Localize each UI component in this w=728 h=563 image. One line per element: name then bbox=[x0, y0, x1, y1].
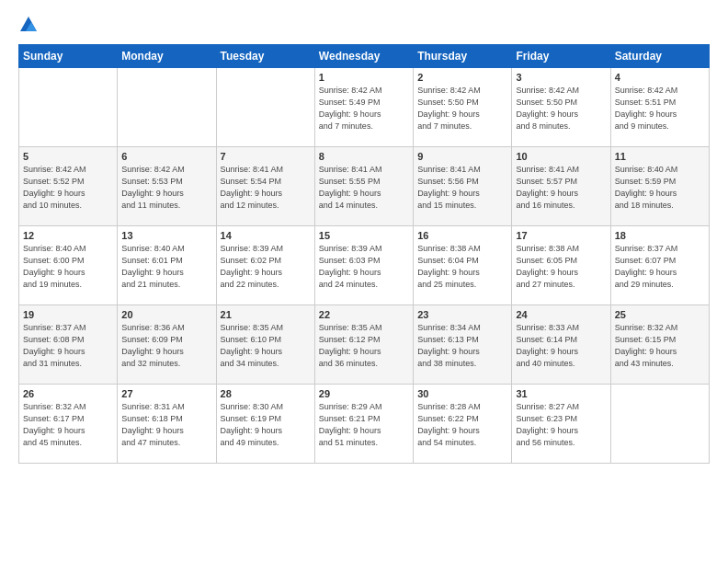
day-cell: 23Sunrise: 8:34 AM Sunset: 6:13 PM Dayli… bbox=[414, 305, 512, 385]
day-number: 22 bbox=[319, 309, 409, 320]
header-cell-sunday: Sunday bbox=[19, 45, 118, 68]
day-number: 17 bbox=[516, 230, 606, 241]
day-info: Sunrise: 8:42 AM Sunset: 5:50 PM Dayligh… bbox=[417, 85, 507, 132]
day-cell bbox=[19, 68, 118, 147]
day-cell: 10Sunrise: 8:41 AM Sunset: 5:57 PM Dayli… bbox=[512, 147, 610, 226]
day-info: Sunrise: 8:29 AM Sunset: 6:21 PM Dayligh… bbox=[319, 401, 409, 449]
day-cell: 18Sunrise: 8:37 AM Sunset: 6:07 PM Dayli… bbox=[610, 226, 709, 305]
day-cell: 8Sunrise: 8:41 AM Sunset: 5:55 PM Daylig… bbox=[314, 147, 413, 226]
day-cell bbox=[610, 385, 709, 464]
day-info: Sunrise: 8:27 AM Sunset: 6:23 PM Dayligh… bbox=[516, 401, 606, 449]
day-info: Sunrise: 8:37 AM Sunset: 6:08 PM Dayligh… bbox=[23, 322, 113, 370]
day-number: 4 bbox=[615, 72, 705, 83]
day-number: 26 bbox=[23, 388, 113, 399]
day-number: 3 bbox=[516, 72, 606, 83]
day-info: Sunrise: 8:40 AM Sunset: 5:59 PM Dayligh… bbox=[615, 164, 705, 212]
day-info: Sunrise: 8:37 AM Sunset: 6:07 PM Dayligh… bbox=[615, 243, 705, 291]
day-info: Sunrise: 8:39 AM Sunset: 6:02 PM Dayligh… bbox=[221, 243, 311, 291]
day-number: 9 bbox=[417, 151, 507, 162]
day-number: 29 bbox=[319, 388, 409, 399]
week-row-2: 5Sunrise: 8:42 AM Sunset: 5:52 PM Daylig… bbox=[19, 147, 710, 226]
day-info: Sunrise: 8:41 AM Sunset: 5:57 PM Dayligh… bbox=[516, 164, 606, 212]
day-number: 15 bbox=[319, 230, 409, 241]
day-cell: 31Sunrise: 8:27 AM Sunset: 6:23 PM Dayli… bbox=[512, 385, 610, 464]
header-cell-thursday: Thursday bbox=[414, 45, 512, 68]
week-row-5: 26Sunrise: 8:32 AM Sunset: 6:17 PM Dayli… bbox=[19, 385, 710, 464]
day-cell: 30Sunrise: 8:28 AM Sunset: 6:22 PM Dayli… bbox=[414, 385, 512, 464]
day-cell: 14Sunrise: 8:39 AM Sunset: 6:02 PM Dayli… bbox=[216, 226, 314, 305]
day-cell: 13Sunrise: 8:40 AM Sunset: 6:01 PM Dayli… bbox=[118, 226, 216, 305]
day-cell: 24Sunrise: 8:33 AM Sunset: 6:14 PM Dayli… bbox=[512, 305, 610, 385]
day-number: 28 bbox=[221, 388, 311, 399]
day-info: Sunrise: 8:32 AM Sunset: 6:15 PM Dayligh… bbox=[615, 322, 705, 370]
day-number: 21 bbox=[221, 309, 311, 320]
day-cell: 3Sunrise: 8:42 AM Sunset: 5:50 PM Daylig… bbox=[512, 68, 610, 147]
day-info: Sunrise: 8:41 AM Sunset: 5:54 PM Dayligh… bbox=[221, 164, 311, 212]
day-info: Sunrise: 8:33 AM Sunset: 6:14 PM Dayligh… bbox=[516, 322, 606, 370]
day-info: Sunrise: 8:30 AM Sunset: 6:19 PM Dayligh… bbox=[221, 401, 311, 449]
day-info: Sunrise: 8:42 AM Sunset: 5:52 PM Dayligh… bbox=[23, 164, 113, 212]
logo bbox=[18, 15, 42, 35]
day-cell bbox=[216, 68, 314, 147]
day-number: 8 bbox=[319, 151, 409, 162]
page: SundayMondayTuesdayWednesdayThursdayFrid… bbox=[0, 0, 728, 563]
day-number: 25 bbox=[615, 309, 705, 320]
day-info: Sunrise: 8:42 AM Sunset: 5:50 PM Dayligh… bbox=[516, 85, 606, 132]
day-number: 1 bbox=[319, 72, 409, 83]
day-cell: 29Sunrise: 8:29 AM Sunset: 6:21 PM Dayli… bbox=[314, 385, 413, 464]
day-number: 23 bbox=[417, 309, 507, 320]
header-cell-tuesday: Tuesday bbox=[216, 45, 314, 68]
day-cell: 28Sunrise: 8:30 AM Sunset: 6:19 PM Dayli… bbox=[216, 385, 314, 464]
day-info: Sunrise: 8:39 AM Sunset: 6:03 PM Dayligh… bbox=[319, 243, 409, 291]
day-number: 5 bbox=[23, 151, 113, 162]
day-number: 12 bbox=[23, 230, 113, 241]
day-number: 13 bbox=[121, 230, 211, 241]
day-info: Sunrise: 8:42 AM Sunset: 5:51 PM Dayligh… bbox=[615, 85, 705, 132]
day-number: 11 bbox=[615, 151, 705, 162]
day-cell: 16Sunrise: 8:38 AM Sunset: 6:04 PM Dayli… bbox=[414, 226, 512, 305]
header-cell-monday: Monday bbox=[118, 45, 216, 68]
day-cell: 12Sunrise: 8:40 AM Sunset: 6:00 PM Dayli… bbox=[19, 226, 118, 305]
day-cell: 19Sunrise: 8:37 AM Sunset: 6:08 PM Dayli… bbox=[19, 305, 118, 385]
header-cell-wednesday: Wednesday bbox=[314, 45, 413, 68]
day-number: 10 bbox=[516, 151, 606, 162]
day-info: Sunrise: 8:38 AM Sunset: 6:05 PM Dayligh… bbox=[516, 243, 606, 291]
day-number: 27 bbox=[121, 388, 211, 399]
day-number: 14 bbox=[221, 230, 311, 241]
header bbox=[18, 15, 710, 35]
day-cell: 22Sunrise: 8:35 AM Sunset: 6:12 PM Dayli… bbox=[314, 305, 413, 385]
day-info: Sunrise: 8:36 AM Sunset: 6:09 PM Dayligh… bbox=[121, 322, 211, 370]
day-info: Sunrise: 8:40 AM Sunset: 6:01 PM Dayligh… bbox=[121, 243, 211, 291]
day-cell: 6Sunrise: 8:42 AM Sunset: 5:53 PM Daylig… bbox=[118, 147, 216, 226]
week-row-1: 1Sunrise: 8:42 AM Sunset: 5:49 PM Daylig… bbox=[19, 68, 710, 147]
day-info: Sunrise: 8:41 AM Sunset: 5:56 PM Dayligh… bbox=[417, 164, 507, 212]
day-cell: 15Sunrise: 8:39 AM Sunset: 6:03 PM Dayli… bbox=[314, 226, 413, 305]
day-cell: 20Sunrise: 8:36 AM Sunset: 6:09 PM Dayli… bbox=[118, 305, 216, 385]
day-info: Sunrise: 8:31 AM Sunset: 6:18 PM Dayligh… bbox=[121, 401, 211, 449]
day-info: Sunrise: 8:41 AM Sunset: 5:55 PM Dayligh… bbox=[319, 164, 409, 212]
day-cell bbox=[118, 68, 216, 147]
header-row: SundayMondayTuesdayWednesdayThursdayFrid… bbox=[19, 45, 710, 68]
logo-icon bbox=[18, 15, 39, 35]
day-info: Sunrise: 8:40 AM Sunset: 6:00 PM Dayligh… bbox=[23, 243, 113, 291]
header-cell-friday: Friday bbox=[512, 45, 610, 68]
day-number: 16 bbox=[417, 230, 507, 241]
header-cell-saturday: Saturday bbox=[610, 45, 709, 68]
day-info: Sunrise: 8:42 AM Sunset: 5:53 PM Dayligh… bbox=[121, 164, 211, 212]
day-info: Sunrise: 8:38 AM Sunset: 6:04 PM Dayligh… bbox=[417, 243, 507, 291]
day-cell: 5Sunrise: 8:42 AM Sunset: 5:52 PM Daylig… bbox=[19, 147, 118, 226]
day-info: Sunrise: 8:42 AM Sunset: 5:49 PM Dayligh… bbox=[319, 85, 409, 132]
day-cell: 26Sunrise: 8:32 AM Sunset: 6:17 PM Dayli… bbox=[19, 385, 118, 464]
day-cell: 9Sunrise: 8:41 AM Sunset: 5:56 PM Daylig… bbox=[414, 147, 512, 226]
day-info: Sunrise: 8:35 AM Sunset: 6:10 PM Dayligh… bbox=[221, 322, 311, 370]
calendar-table: SundayMondayTuesdayWednesdayThursdayFrid… bbox=[18, 44, 710, 464]
day-cell: 2Sunrise: 8:42 AM Sunset: 5:50 PM Daylig… bbox=[414, 68, 512, 147]
day-info: Sunrise: 8:34 AM Sunset: 6:13 PM Dayligh… bbox=[417, 322, 507, 370]
day-cell: 11Sunrise: 8:40 AM Sunset: 5:59 PM Dayli… bbox=[610, 147, 709, 226]
day-info: Sunrise: 8:28 AM Sunset: 6:22 PM Dayligh… bbox=[417, 401, 507, 449]
day-cell: 4Sunrise: 8:42 AM Sunset: 5:51 PM Daylig… bbox=[610, 68, 709, 147]
day-cell: 1Sunrise: 8:42 AM Sunset: 5:49 PM Daylig… bbox=[314, 68, 413, 147]
day-cell: 27Sunrise: 8:31 AM Sunset: 6:18 PM Dayli… bbox=[118, 385, 216, 464]
day-number: 31 bbox=[516, 388, 606, 399]
day-cell: 21Sunrise: 8:35 AM Sunset: 6:10 PM Dayli… bbox=[216, 305, 314, 385]
